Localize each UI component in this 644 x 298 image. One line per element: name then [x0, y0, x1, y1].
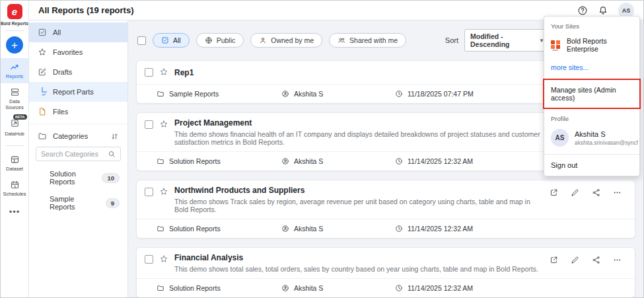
report-checkbox[interactable]: [145, 120, 153, 129]
report-description: This demo shows Track sales by region, a…: [174, 198, 544, 213]
profile-item[interactable]: AS Akshita S akshita.srinivasan@syncf...: [544, 124, 639, 154]
edit-square-icon: [38, 67, 47, 77]
report-actions: [550, 186, 627, 197]
favorite-star-icon[interactable]: [159, 187, 168, 198]
bold-reports-logo-icon[interactable]: e: [7, 4, 22, 19]
checkbox-icon: [38, 28, 47, 37]
filter-pill-owned-by-me[interactable]: Owned by me: [250, 33, 322, 48]
category-item-sample-reports[interactable]: Sample Reports 9: [29, 190, 127, 215]
more-options-icon[interactable]: [613, 188, 622, 197]
sidebar-item-report-parts[interactable]: Report Parts: [29, 82, 127, 102]
report-meta-row: Solution Reports Akshita S 11/14/2025 12…: [137, 278, 635, 297]
report-checkbox[interactable]: [145, 255, 153, 264]
manage-sites-label: Manage sites (Admin access): [551, 86, 616, 102]
profile-avatar: AS: [551, 129, 569, 147]
report-author: Akshita S: [294, 90, 323, 98]
sidebar-item-label: Drafts: [53, 68, 72, 76]
sign-out-menu-item[interactable]: Sign out: [544, 155, 639, 176]
filter-pill-shared-with-me[interactable]: Shared with me: [329, 33, 406, 48]
filter-pill-all[interactable]: All: [153, 33, 190, 48]
nav-label: DataHub: [5, 131, 24, 137]
report-category: Solution Reports: [169, 157, 221, 165]
sidebar-item-drafts[interactable]: Drafts: [29, 62, 127, 82]
report-modified: 11/18/2025 07:47 PM: [408, 90, 474, 98]
sidebar-item-label: Favorites: [53, 48, 83, 56]
nav-item-dataset[interactable]: Dataset: [1, 151, 28, 176]
category-count-badge: 10: [102, 173, 120, 183]
report-author: Akshita S: [294, 225, 323, 233]
nav-label: Reports: [6, 74, 23, 79]
search-icon[interactable]: [108, 150, 116, 158]
checkbox-icon: [161, 36, 169, 44]
favorite-star-icon[interactable]: [159, 254, 168, 265]
filter-pill-public[interactable]: Public: [196, 33, 244, 48]
report-title[interactable]: Rep1: [174, 68, 194, 77]
sidebar-item-all[interactable]: All: [29, 22, 127, 42]
report-checkbox[interactable]: [145, 188, 153, 196]
edit-pencil-icon[interactable]: [571, 256, 579, 264]
server-icon: [10, 87, 20, 97]
sidebar-item-label: Files: [53, 108, 68, 116]
category-name: Solution Reports: [50, 170, 94, 186]
categories-label: Categories: [53, 132, 88, 140]
favorite-star-icon[interactable]: [159, 67, 168, 78]
favorite-star-icon[interactable]: [159, 120, 168, 130]
nav-item-data-sources[interactable]: Data Sources: [1, 83, 28, 114]
author-icon: [281, 157, 289, 165]
report-title[interactable]: Financial Analysis: [174, 253, 538, 262]
nav-more-button[interactable]: •••: [9, 202, 20, 222]
sidebar-item-files[interactable]: Files: [29, 102, 127, 122]
share-icon[interactable]: [592, 256, 600, 264]
create-new-button[interactable]: +: [6, 36, 23, 54]
nav-item-schedules[interactable]: Schedules: [1, 176, 28, 201]
share-icon[interactable]: [592, 188, 600, 197]
report-checkbox[interactable]: [145, 68, 153, 77]
open-in-new-icon[interactable]: [550, 188, 558, 197]
filter-label: Owned by me: [271, 36, 314, 44]
nav-label: Schedules: [3, 192, 26, 197]
report-modified: 11/14/2025 12:32 AM: [408, 225, 473, 233]
beta-badge: BETA: [13, 114, 27, 120]
open-in-new-icon[interactable]: [550, 256, 558, 264]
report-title[interactable]: Project Management: [174, 118, 544, 128]
sort-value: Modified - Descending: [470, 32, 539, 48]
author-icon: [281, 225, 289, 233]
app-window: e Bold Reports + Reports Data Sources BE…: [0, 0, 644, 298]
profile-email: akshita.srinivasan@syncf...: [575, 139, 638, 146]
report-meta-row: Solution Reports Akshita S 11/14/2025 12…: [137, 219, 635, 238]
person-icon: [259, 36, 267, 44]
more-options-icon[interactable]: [613, 256, 622, 264]
clock-icon: [395, 284, 403, 292]
dataset-icon: [10, 155, 20, 165]
brand-name: Bold Reports: [1, 21, 28, 26]
report-title[interactable]: Northwind Products and Suppliers: [174, 186, 544, 195]
category-item-solution-reports[interactable]: Solution Reports 10: [29, 165, 127, 190]
folder-icon: [157, 225, 164, 233]
file-icon: [38, 107, 47, 116]
nav-label: Data Sources: [1, 99, 28, 110]
category-search-input[interactable]: [41, 150, 104, 158]
nav-item-datahub[interactable]: BETA DataHub: [1, 114, 28, 141]
report-author: Akshita S: [294, 284, 323, 292]
nav-label: Dataset: [6, 167, 23, 172]
filter-label: Shared with me: [349, 36, 398, 44]
folder-icon: [157, 157, 164, 165]
profile-label: Profile: [544, 109, 639, 124]
more-sites-link[interactable]: more sites...: [544, 58, 639, 79]
report-description: This demo shows total sales, total order…: [174, 265, 538, 273]
filter-label: All: [173, 36, 181, 44]
filter-label: Public: [217, 36, 236, 44]
sort-arrows-icon[interactable]: [110, 132, 119, 141]
page-title: All Reports (19 reports): [38, 5, 133, 15]
help-icon[interactable]: [577, 5, 588, 16]
nav-item-reports[interactable]: Reports: [1, 58, 28, 83]
notifications-bell-icon[interactable]: [598, 5, 608, 16]
sidebar-item-favorites[interactable]: Favorites: [29, 42, 127, 62]
edit-pencil-icon[interactable]: [571, 188, 579, 197]
report-category: Solution Reports: [169, 284, 221, 292]
manage-sites-menu-item[interactable]: Manage sites (Admin access): [544, 79, 639, 108]
site-item-bold-reports-enterprise[interactable]: Bold Reports Enterprise: [544, 32, 639, 58]
sort-dropdown[interactable]: Modified - Descending ▼: [464, 29, 550, 52]
account-dropdown-menu: Your Sites Bold Reports Enterprise more …: [544, 16, 640, 176]
select-all-checkbox[interactable]: [137, 36, 146, 45]
